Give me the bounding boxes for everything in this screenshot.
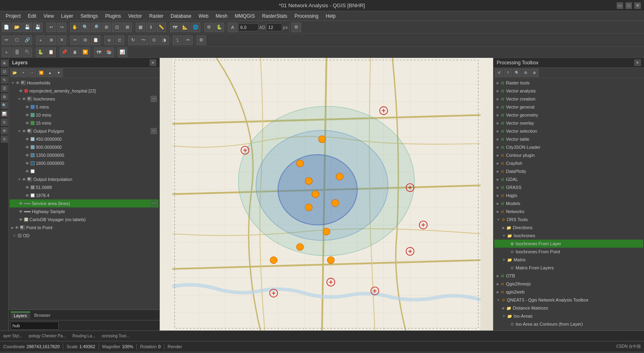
processing-btn[interactable]: ⚙: [204, 23, 214, 32]
move-up-btn[interactable]: ▲: [46, 69, 54, 77]
service-options[interactable]: ⋯: [151, 200, 157, 207]
copy-btn[interactable]: ⧉: [80, 35, 90, 45]
menu-item-database[interactable]: Database: [167, 12, 194, 20]
maximize-button[interactable]: □: [625, 2, 632, 9]
menu-item-help[interactable]: Help: [322, 12, 339, 20]
simplify-btn[interactable]: 〜: [138, 35, 148, 45]
dbmanager-btn[interactable]: 🗄: [12, 47, 22, 57]
select-btn[interactable]: ▦: [136, 23, 145, 32]
side-icon-8[interactable]: S: [1, 119, 8, 126]
pan-map-btn[interactable]: ✋: [70, 23, 80, 32]
toolbox-distance-matrices[interactable]: ▶ 📁 Distance Matrices: [494, 304, 643, 312]
python-console-btn[interactable]: 🐍: [36, 47, 45, 57]
layer-interp1[interactable]: 👁 51.0688: [10, 183, 159, 191]
layer-p450[interactable]: 👁 450.0000000: [10, 135, 159, 143]
paste-btn[interactable]: 📋: [91, 35, 101, 45]
layer-cartodb[interactable]: 👁 CartoDB Voyager (no labels): [10, 215, 159, 224]
close-button[interactable]: ✕: [634, 2, 641, 9]
add-raster-btn[interactable]: 🗺: [170, 23, 180, 32]
layer-10mins[interactable]: 👁 10 mins: [10, 111, 159, 119]
toolbox-vector-analysis[interactable]: ▶ ⚙ Vector analysis: [494, 87, 643, 95]
layer-p-empty[interactable]: 👁: [10, 167, 159, 175]
add-feature-btn[interactable]: +: [36, 35, 45, 45]
open-layer-btn[interactable]: 📂: [10, 69, 19, 77]
atlas-btn[interactable]: 📚: [104, 47, 114, 57]
task-manager-btn[interactable]: 📋: [46, 47, 56, 57]
toolbox-grass[interactable]: ▶ ⚙ GRASS: [494, 183, 643, 191]
eye-15mins[interactable]: 👁: [25, 121, 29, 125]
coord-input[interactable]: [238, 23, 258, 31]
menu-item-mesh[interactable]: Mesh: [213, 12, 231, 20]
menu-item-view[interactable]: View: [40, 12, 57, 20]
panel-tab-processing[interactable]: ocessing Tool...: [99, 333, 133, 339]
zoom-selection-btn[interactable]: ⊠: [122, 23, 132, 32]
offset-curve-btn[interactable]: ⤵: [173, 35, 182, 45]
layer-highway[interactable]: 👁 Highway Sample: [10, 207, 159, 215]
close-toolbox-btn[interactable]: ✕: [634, 60, 641, 66]
side-icon-9[interactable]: ⊛: [1, 127, 8, 134]
side-icon-3[interactable]: ✎: [1, 76, 8, 84]
layer-output-polygon[interactable]: ▼ 👁 ▦ Output Polygon ⋯: [10, 127, 159, 135]
filter-layer-btn[interactable]: 🔽: [37, 69, 45, 77]
eye-od[interactable]: 👁: [12, 234, 17, 238]
cut-btn[interactable]: ✂: [70, 35, 80, 45]
toolbox-vector-selection[interactable]: ▶ ⚙ Vector selection: [494, 127, 643, 135]
field-calculator-btn[interactable]: 🖩: [70, 47, 80, 57]
layer-od[interactable]: 👁 OD: [10, 232, 159, 240]
toolbox-iso-from-layer[interactable]: ⚙ Isochrones From Layer: [494, 240, 643, 248]
zoom-out-btn[interactable]: 🔎: [91, 23, 101, 32]
new-layer-btn[interactable]: +: [2, 47, 11, 57]
snap-btn[interactable]: 🔗: [23, 35, 32, 45]
python-btn[interactable]: 🐍: [215, 23, 224, 32]
toolbox-raster-tools[interactable]: ▶ ⚙ Raster tools: [494, 79, 643, 87]
eye-isochrones[interactable]: 👁: [22, 97, 26, 101]
map-composer-btn[interactable]: 🗺: [94, 47, 103, 57]
toolbox-cityjson[interactable]: ▶ ⚙ CityJSON Loader: [494, 143, 643, 151]
side-icon-2[interactable]: ⊡: [1, 68, 8, 75]
hub-input-field[interactable]: [10, 322, 59, 330]
menu-item-project[interactable]: Project: [2, 12, 24, 20]
side-icon-7[interactable]: 📊: [1, 110, 8, 117]
tab-layers[interactable]: Layers: [10, 312, 30, 319]
poly-options[interactable]: ⋯: [151, 128, 157, 134]
toolbox-matrix[interactable]: ▼ 📁 Matrix: [494, 256, 643, 264]
eye-p1350[interactable]: 👁: [25, 153, 29, 158]
toolbox-otb[interactable]: ▶ ⚙ OTB: [494, 272, 643, 280]
toolbox-iso-from-point[interactable]: ⚙ Isochrones From Point: [494, 248, 643, 256]
layer-point-to-point[interactable]: ▶ 👁 ▦ Point to Point: [10, 224, 159, 232]
delete-feature-btn[interactable]: ✕: [57, 35, 66, 45]
toolbox-models[interactable]: ▶ ⚙ Models: [494, 199, 643, 207]
move-down-btn[interactable]: ▼: [55, 69, 63, 77]
remove-layer-btn[interactable]: −: [28, 69, 36, 77]
settings-btn[interactable]: ⚙: [291, 23, 301, 32]
menu-item-mmqgis[interactable]: MMQGIS: [231, 12, 258, 20]
menu-item-layer[interactable]: Layer: [58, 12, 76, 20]
layer-p1350[interactable]: 👁 1350.0000000: [10, 151, 159, 159]
digitize-settings-btn[interactable]: ⚙: [196, 35, 206, 45]
identify-btn[interactable]: ℹ: [146, 23, 156, 32]
toolbox-expand-btn[interactable]: ⊕: [530, 69, 539, 77]
toolbox-search-btn[interactable]: 🔍: [513, 69, 521, 77]
toolbox-ors-tools[interactable]: ▼ ⚙ ORS Tools: [494, 215, 643, 224]
chart-btn[interactable]: 📊: [118, 47, 127, 57]
move-feature-btn[interactable]: ⊕: [46, 35, 56, 45]
toolbox-matrix-from-layers[interactable]: ⚙ Matrix From Layers: [494, 264, 643, 272]
reshape-btn[interactable]: ◑: [159, 35, 169, 45]
menu-item-processing[interactable]: Processing: [291, 12, 322, 20]
eye-5mins[interactable]: 👁: [25, 105, 29, 109]
trim-btn[interactable]: ✂: [183, 35, 193, 45]
toolbox-iso-contours-point[interactable]: ⚙ Iso-Area as Contours (from Point): [494, 328, 643, 330]
panel-tab-routing[interactable]: Routing La...: [69, 333, 99, 339]
layer-15mins[interactable]: 👁 15 mins: [10, 119, 159, 127]
eye-households[interactable]: 👁: [16, 81, 20, 85]
rotate-btn[interactable]: ↻: [128, 35, 138, 45]
toolbox-vector-geometry[interactable]: ▶ ⚙ Vector geometry: [494, 111, 643, 119]
zoom-full-btn[interactable]: ⊞: [101, 23, 111, 32]
eye-poly[interactable]: 👁: [22, 129, 26, 133]
open-project-btn[interactable]: 📂: [12, 23, 22, 32]
ring-btn[interactable]: ⊙: [149, 35, 159, 45]
filter-btn[interactable]: 🔽: [80, 47, 90, 57]
redo-btn[interactable]: ↪: [57, 23, 66, 32]
toolbox-iso-contours-layer[interactable]: ⚙ Iso-Area as Contours (from Layer): [494, 320, 643, 328]
layer-households[interactable]: ▼ 👁 ▦ Households: [10, 79, 159, 87]
